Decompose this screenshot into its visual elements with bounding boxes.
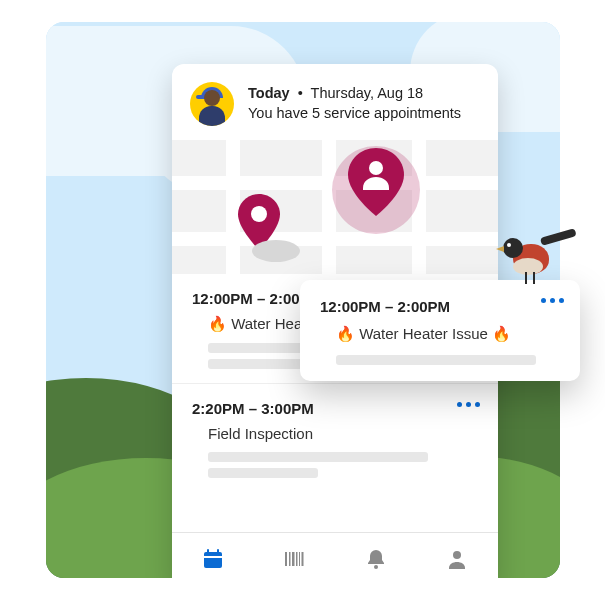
- placeholder-line: [336, 355, 536, 365]
- map-view[interactable]: [172, 140, 498, 274]
- tab-calendar[interactable]: [200, 546, 226, 572]
- svg-point-1: [369, 161, 383, 175]
- svg-rect-5: [217, 549, 219, 554]
- bell-icon: [364, 547, 388, 571]
- svg-rect-6: [204, 556, 222, 558]
- appointment-item[interactable]: 2:20PM – 3:00PM Field Inspection: [172, 383, 498, 492]
- header-text: Today • Thursday, Aug 18 You have 5 serv…: [248, 84, 461, 123]
- svg-point-0: [251, 206, 267, 222]
- profile-icon: [445, 547, 469, 571]
- more-icon[interactable]: [457, 402, 480, 407]
- map-pin-icon[interactable]: [238, 194, 280, 250]
- svg-rect-9: [292, 552, 295, 566]
- tab-profile[interactable]: [444, 546, 470, 572]
- appointment-time: 12:00PM – 2:00PM: [320, 298, 560, 315]
- calendar-icon: [201, 547, 225, 571]
- today-label: Today: [248, 85, 290, 101]
- placeholder-line: [208, 468, 318, 478]
- svg-rect-12: [302, 552, 304, 566]
- barcode-icon: [282, 547, 306, 571]
- appointment-title: 🔥 Water Heater Issue 🔥: [320, 325, 560, 343]
- appointment-time: 2:20PM – 3:00PM: [192, 400, 478, 417]
- appointment-title: Field Inspection: [192, 425, 478, 442]
- svg-rect-10: [296, 552, 298, 566]
- schedule-header: Today • Thursday, Aug 18 You have 5 serv…: [172, 64, 498, 140]
- avatar[interactable]: [190, 82, 234, 126]
- header-summary: You have 5 service appointments: [248, 104, 461, 124]
- svg-point-14: [453, 551, 461, 559]
- svg-point-13: [374, 565, 378, 569]
- appointment-popout-card[interactable]: 12:00PM – 2:00PM 🔥 Water Heater Issue 🔥: [300, 280, 580, 381]
- svg-rect-7: [285, 552, 287, 566]
- svg-rect-11: [299, 552, 300, 566]
- tab-barcode[interactable]: [281, 546, 307, 572]
- bottom-tab-bar: [172, 532, 498, 578]
- svg-rect-4: [207, 549, 209, 554]
- person-pin-icon[interactable]: [348, 148, 404, 216]
- more-icon[interactable]: [541, 298, 564, 303]
- svg-rect-8: [289, 552, 291, 566]
- placeholder-line: [208, 452, 428, 462]
- header-date: Thursday, Aug 18: [311, 85, 424, 101]
- tab-notifications[interactable]: [363, 546, 389, 572]
